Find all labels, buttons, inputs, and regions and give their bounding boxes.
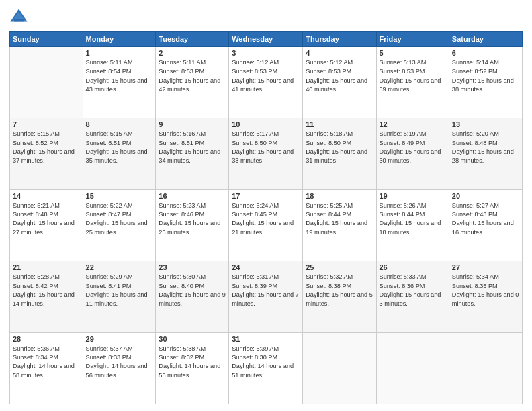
calendar-cell: 22 Sunrise: 5:29 AMSunset: 8:41 PMDaylig… — [83, 261, 156, 332]
calendar-cell: 2 Sunrise: 5:11 AMSunset: 8:53 PMDayligh… — [156, 47, 229, 118]
day-number: 31 — [232, 335, 300, 343]
day-number: 5 — [380, 49, 446, 57]
calendar-week-row: 28 Sunrise: 5:36 AMSunset: 8:34 PMDaylig… — [10, 332, 523, 404]
day-number: 20 — [452, 192, 519, 200]
day-number: 19 — [380, 192, 446, 200]
calendar-cell: 26 Sunrise: 5:33 AMSunset: 8:36 PMDaylig… — [376, 261, 449, 332]
day-info: Sunrise: 5:25 AMSunset: 8:44 PMDaylight:… — [306, 201, 373, 237]
header-friday: Friday — [376, 32, 449, 47]
day-info: Sunrise: 5:15 AMSunset: 8:51 PMDaylight:… — [86, 130, 153, 165]
day-info: Sunrise: 5:33 AMSunset: 8:36 PMDaylight:… — [380, 273, 446, 308]
calendar-cell: 20 Sunrise: 5:27 AMSunset: 8:43 PMDaylig… — [449, 189, 522, 261]
day-number: 21 — [13, 263, 80, 271]
calendar-cell: 23 Sunrise: 5:30 AMSunset: 8:40 PMDaylig… — [156, 261, 229, 332]
day-info: Sunrise: 5:13 AMSunset: 8:53 PMDaylight:… — [380, 58, 446, 94]
calendar-cell: 7 Sunrise: 5:15 AMSunset: 8:52 PMDayligh… — [10, 118, 83, 189]
day-info: Sunrise: 5:24 AMSunset: 8:45 PMDaylight:… — [232, 201, 300, 237]
day-number: 4 — [306, 49, 373, 57]
day-info: Sunrise: 5:30 AMSunset: 8:40 PMDaylight:… — [159, 273, 226, 308]
calendar-cell: 21 Sunrise: 5:28 AMSunset: 8:42 PMDaylig… — [10, 261, 83, 332]
day-info: Sunrise: 5:34 AMSunset: 8:35 PMDaylight:… — [452, 273, 519, 308]
day-number: 10 — [232, 120, 300, 128]
calendar-cell: 10 Sunrise: 5:17 AMSunset: 8:50 PMDaylig… — [229, 118, 303, 189]
svg-rect-2 — [14, 19, 24, 21]
calendar-week-row: 14 Sunrise: 5:21 AMSunset: 8:48 PMDaylig… — [10, 189, 523, 261]
day-info: Sunrise: 5:28 AMSunset: 8:42 PMDaylight:… — [13, 273, 80, 308]
day-info: Sunrise: 5:39 AMSunset: 8:30 PMDaylight:… — [232, 345, 300, 380]
logo-icon — [9, 7, 28, 26]
day-number: 30 — [159, 335, 226, 343]
day-info: Sunrise: 5:16 AMSunset: 8:51 PMDaylight:… — [159, 130, 226, 165]
calendar-week-row: 21 Sunrise: 5:28 AMSunset: 8:42 PMDaylig… — [10, 261, 523, 332]
header-thursday: Thursday — [303, 32, 376, 47]
calendar-cell: 19 Sunrise: 5:26 AMSunset: 8:44 PMDaylig… — [376, 189, 449, 261]
calendar-cell: 14 Sunrise: 5:21 AMSunset: 8:48 PMDaylig… — [10, 189, 83, 261]
header-sunday: Sunday — [10, 32, 83, 47]
calendar-cell: 13 Sunrise: 5:20 AMSunset: 8:48 PMDaylig… — [449, 118, 522, 189]
calendar-cell: 11 Sunrise: 5:18 AMSunset: 8:50 PMDaylig… — [303, 118, 376, 189]
day-number: 17 — [232, 192, 300, 200]
day-number: 7 — [13, 120, 80, 128]
calendar-cell: 6 Sunrise: 5:14 AMSunset: 8:52 PMDayligh… — [449, 47, 522, 118]
calendar-cell: 24 Sunrise: 5:31 AMSunset: 8:39 PMDaylig… — [229, 261, 303, 332]
day-info: Sunrise: 5:11 AMSunset: 8:54 PMDaylight:… — [86, 58, 153, 94]
day-info: Sunrise: 5:20 AMSunset: 8:48 PMDaylight:… — [452, 130, 519, 165]
day-info: Sunrise: 5:38 AMSunset: 8:32 PMDaylight:… — [159, 345, 226, 380]
calendar-cell: 8 Sunrise: 5:15 AMSunset: 8:51 PMDayligh… — [83, 118, 156, 189]
calendar-week-row: 7 Sunrise: 5:15 AMSunset: 8:52 PMDayligh… — [10, 118, 523, 189]
calendar-cell: 18 Sunrise: 5:25 AMSunset: 8:44 PMDaylig… — [303, 189, 376, 261]
day-number: 11 — [306, 120, 373, 128]
day-number: 9 — [159, 120, 226, 128]
calendar-cell: 12 Sunrise: 5:19 AMSunset: 8:49 PMDaylig… — [376, 118, 449, 189]
day-info: Sunrise: 5:12 AMSunset: 8:53 PMDaylight:… — [232, 58, 300, 94]
day-number: 14 — [13, 192, 80, 200]
calendar-header-row: SundayMondayTuesdayWednesdayThursdayFrid… — [10, 32, 523, 47]
day-number: 8 — [86, 120, 153, 128]
header-monday: Monday — [83, 32, 156, 47]
day-info: Sunrise: 5:29 AMSunset: 8:41 PMDaylight:… — [86, 273, 153, 308]
calendar-cell: 16 Sunrise: 5:23 AMSunset: 8:46 PMDaylig… — [156, 189, 229, 261]
calendar-cell: 17 Sunrise: 5:24 AMSunset: 8:45 PMDaylig… — [229, 189, 303, 261]
day-number: 28 — [13, 335, 80, 343]
day-number: 15 — [86, 192, 153, 200]
calendar-cell — [376, 332, 449, 404]
day-info: Sunrise: 5:17 AMSunset: 8:50 PMDaylight:… — [232, 130, 300, 165]
day-number: 24 — [232, 263, 300, 271]
day-number: 13 — [452, 120, 519, 128]
calendar-cell — [303, 332, 376, 404]
day-number: 27 — [452, 263, 519, 271]
page: SundayMondayTuesdayWednesdayThursdayFrid… — [0, 0, 532, 411]
calendar-cell: 28 Sunrise: 5:36 AMSunset: 8:34 PMDaylig… — [10, 332, 83, 404]
calendar-cell — [449, 332, 522, 404]
day-info: Sunrise: 5:21 AMSunset: 8:48 PMDaylight:… — [13, 201, 80, 237]
day-number: 3 — [232, 49, 300, 57]
calendar-cell: 5 Sunrise: 5:13 AMSunset: 8:53 PMDayligh… — [376, 47, 449, 118]
day-number: 26 — [380, 263, 446, 271]
day-info: Sunrise: 5:23 AMSunset: 8:46 PMDaylight:… — [159, 201, 226, 237]
day-info: Sunrise: 5:19 AMSunset: 8:49 PMDaylight:… — [380, 130, 446, 165]
day-number: 18 — [306, 192, 373, 200]
calendar-week-row: 1 Sunrise: 5:11 AMSunset: 8:54 PMDayligh… — [10, 47, 523, 118]
day-number: 22 — [86, 263, 153, 271]
calendar-cell: 30 Sunrise: 5:38 AMSunset: 8:32 PMDaylig… — [156, 332, 229, 404]
day-info: Sunrise: 5:32 AMSunset: 8:38 PMDaylight:… — [306, 273, 373, 308]
calendar-cell: 25 Sunrise: 5:32 AMSunset: 8:38 PMDaylig… — [303, 261, 376, 332]
calendar-cell — [10, 47, 83, 118]
header-tuesday: Tuesday — [156, 32, 229, 47]
day-info: Sunrise: 5:26 AMSunset: 8:44 PMDaylight:… — [380, 201, 446, 237]
day-number: 23 — [159, 263, 226, 271]
logo — [9, 7, 31, 26]
day-info: Sunrise: 5:12 AMSunset: 8:53 PMDaylight:… — [306, 58, 373, 94]
day-info: Sunrise: 5:36 AMSunset: 8:34 PMDaylight:… — [13, 345, 80, 380]
header — [9, 7, 523, 26]
day-info: Sunrise: 5:31 AMSunset: 8:39 PMDaylight:… — [232, 273, 300, 308]
calendar-cell: 15 Sunrise: 5:22 AMSunset: 8:47 PMDaylig… — [83, 189, 156, 261]
calendar-cell: 9 Sunrise: 5:16 AMSunset: 8:51 PMDayligh… — [156, 118, 229, 189]
day-info: Sunrise: 5:37 AMSunset: 8:33 PMDaylight:… — [86, 345, 153, 380]
day-number: 1 — [86, 49, 153, 57]
header-saturday: Saturday — [449, 32, 522, 47]
day-info: Sunrise: 5:14 AMSunset: 8:52 PMDaylight:… — [452, 58, 519, 94]
day-info: Sunrise: 5:11 AMSunset: 8:53 PMDaylight:… — [159, 58, 226, 94]
day-number: 2 — [159, 49, 226, 57]
calendar-cell: 27 Sunrise: 5:34 AMSunset: 8:35 PMDaylig… — [449, 261, 522, 332]
